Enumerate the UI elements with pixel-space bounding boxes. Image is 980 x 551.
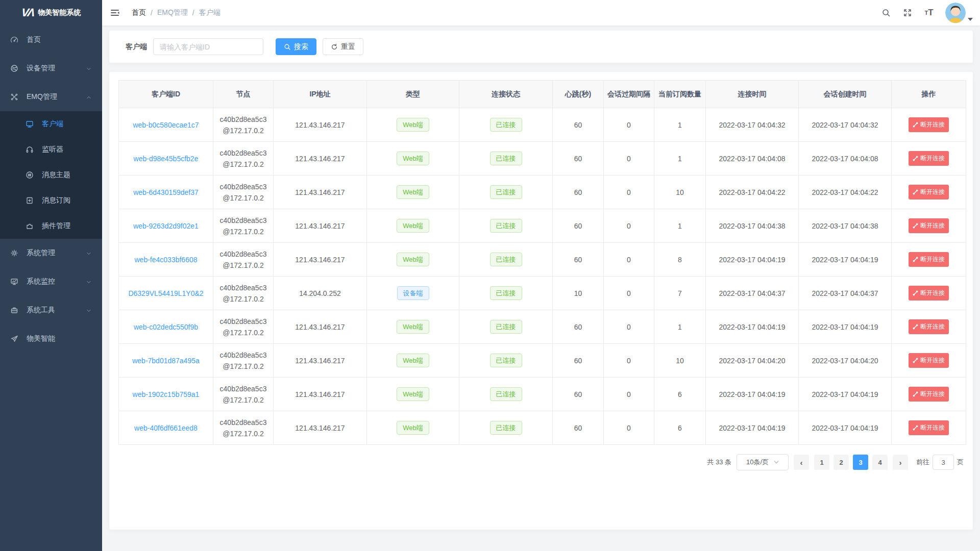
sidebar-item-topics[interactable]: 消息主题 — [0, 162, 102, 188]
paper-plane-icon — [10, 335, 18, 343]
emq-submenu: 客户端 监听器 消息主题 消息订阅 插件管理 — [0, 111, 102, 239]
page-size-select[interactable]: 10条/页 — [737, 454, 789, 470]
prev-page-button[interactable]: ‹ — [794, 455, 809, 470]
page-number-button[interactable]: 1 — [814, 455, 829, 470]
node-name: c40b2d8ea5c3 — [213, 383, 273, 394]
subscribe-icon — [26, 196, 34, 205]
sidebar-item-clients[interactable]: 客户端 — [0, 111, 102, 137]
column-header: IP地址 — [274, 81, 367, 108]
breadcrumb-item-home[interactable]: 首页 — [132, 8, 146, 17]
sidebar-item-wumei-smart[interactable]: 物美智能 — [0, 324, 102, 353]
connected-time: 2022-03-17 04:04:22 — [706, 176, 799, 209]
column-header: 会话过期间隔 — [604, 81, 654, 108]
next-page-button[interactable]: › — [893, 455, 908, 470]
connected-time: 2022-03-17 04:04:19 — [706, 378, 799, 411]
sidebar-item-system-monitor[interactable]: 系统监控 — [0, 267, 102, 296]
disconnect-button[interactable]: 断开连接 — [909, 218, 949, 233]
client-id-link[interactable]: D6329VL54419L1Y0&2 — [128, 289, 203, 297]
sidebar-toggle-button[interactable] — [102, 0, 128, 26]
node-address: @172.17.0.2 — [213, 327, 273, 338]
chevron-down-icon — [86, 250, 92, 256]
reset-button[interactable]: 重置 — [323, 38, 363, 55]
status-badge: 已连接 — [490, 286, 522, 300]
client-id-link[interactable]: web-c02dedc550f9b — [134, 323, 198, 331]
fullscreen-button[interactable] — [899, 0, 916, 26]
column-header: 类型 — [367, 81, 459, 108]
search-submit-button[interactable]: 搜索 — [276, 38, 316, 55]
sidebar-item-subscriptions[interactable]: 消息订阅 — [0, 188, 102, 213]
disconnect-button[interactable]: 断开连接 — [909, 252, 949, 267]
client-id-link[interactable]: web-7bd01d87a495a — [132, 357, 200, 365]
disconnect-button[interactable]: 断开连接 — [909, 185, 949, 199]
ip-address: 121.43.146.217 — [274, 108, 367, 142]
sidebar-item-home[interactable]: 首页 — [0, 26, 102, 54]
sidebar-item-devices[interactable]: 设备管理 — [0, 54, 102, 83]
disconnect-button[interactable]: 断开连接 — [909, 420, 949, 435]
goto-page-input[interactable] — [933, 455, 954, 470]
node-name: c40b2d8ea5c3 — [213, 215, 273, 226]
page-number-button[interactable]: 2 — [834, 455, 849, 470]
disconnect-button[interactable]: 断开连接 — [909, 353, 949, 368]
type-tag: Web端 — [397, 185, 429, 199]
search-icon — [284, 43, 291, 51]
sidebar-item-system-admin[interactable]: 系统管理 — [0, 239, 102, 267]
client-id-link[interactable]: web-b0c580ecae1c7 — [133, 121, 199, 129]
disconnect-icon — [913, 391, 918, 397]
client-id-input[interactable] — [153, 38, 263, 55]
page-number-button[interactable]: 4 — [872, 455, 888, 470]
disconnect-button[interactable]: 断开连接 — [909, 286, 949, 300]
column-header: 客户端ID — [119, 81, 213, 108]
sidebar-item-label: 插件管理 — [42, 221, 92, 231]
search-panel: 客户端 搜索 重置 — [109, 31, 973, 63]
client-id-link[interactable]: web-1902c15b759a1 — [133, 390, 200, 398]
disconnect-icon — [913, 425, 918, 431]
page-content: 客户端 搜索 重置 客户端I — [102, 26, 980, 530]
status-badge: 已连接 — [490, 118, 522, 132]
session-created-time: 2022-03-17 04:04:19 — [799, 243, 892, 277]
node-name: c40b2d8ea5c3 — [213, 248, 273, 260]
client-id-link[interactable]: web-6d430159def37 — [133, 188, 199, 196]
sidebar-item-listeners[interactable]: 监听器 — [0, 137, 102, 162]
clients-table: 客户端ID节点IP地址类型连接状态心跳(秒)会话过期间隔当前订阅数量连接时间会话… — [118, 80, 966, 445]
heartbeat-value: 60 — [553, 209, 604, 243]
ip-address: 121.43.146.217 — [274, 176, 367, 209]
disconnect-button[interactable]: 断开连接 — [909, 151, 949, 166]
table-row: web-d98e45b5cfb2e c40b2d8ea5c3 @172.17.0… — [119, 142, 966, 176]
session-created-time: 2022-03-17 04:04:08 — [799, 142, 892, 176]
disconnect-icon — [913, 223, 918, 229]
session-expiry-value: 0 — [604, 344, 654, 378]
sidebar-item-plugins[interactable]: 插件管理 — [0, 213, 102, 239]
client-id-link[interactable]: web-9263d2d9f02e1 — [133, 222, 199, 230]
sidebar-item-system-tools[interactable]: 系统工具 — [0, 296, 102, 324]
client-id-link[interactable]: web-fe4c033bf6608 — [135, 256, 198, 264]
disconnect-button[interactable]: 断开连接 — [909, 387, 949, 402]
session-expiry-value: 0 — [604, 142, 654, 176]
page-number-button[interactable]: 3 — [853, 455, 868, 470]
type-tag: Web端 — [397, 118, 429, 132]
column-header: 操作 — [892, 81, 966, 108]
heartbeat-value: 60 — [553, 344, 604, 378]
disconnect-button[interactable]: 断开连接 — [909, 117, 949, 132]
breadcrumb-item-emq[interactable]: EMQ管理 — [157, 8, 188, 17]
disconnect-button[interactable]: 断开连接 — [909, 319, 949, 334]
client-id-link[interactable]: web-40f6df661eed8 — [134, 424, 198, 432]
sidebar-menu: 首页 设备管理 EMQ管理 客户端 监听器 消息主题 — [0, 26, 102, 353]
pagination: 共 33 条 10条/页 ‹ 1234 › 前往 页 — [118, 454, 964, 470]
connected-time: 2022-03-17 04:04:08 — [706, 142, 799, 176]
font-size-button[interactable]: TT — [921, 0, 937, 26]
user-menu[interactable] — [945, 3, 973, 23]
status-badge: 已连接 — [490, 387, 522, 401]
table-row: web-6d430159def37 c40b2d8ea5c3 @172.17.0… — [119, 176, 966, 209]
subscription-count: 1 — [654, 108, 706, 142]
total-count: 共 33 条 — [707, 458, 731, 467]
session-created-time: 2022-03-17 04:04:37 — [799, 277, 892, 310]
node-name: c40b2d8ea5c3 — [213, 282, 273, 293]
type-tag: Web端 — [397, 219, 429, 233]
client-id-link[interactable]: web-d98e45b5cfb2e — [134, 155, 199, 163]
sidebar-item-emq[interactable]: EMQ管理 — [0, 83, 102, 111]
search-button[interactable] — [878, 0, 894, 26]
type-tag: Web端 — [397, 421, 429, 435]
ip-address: 14.204.0.252 — [274, 277, 367, 310]
session-created-time: 2022-03-17 04:04:19 — [799, 310, 892, 344]
caret-down-icon — [968, 18, 973, 21]
